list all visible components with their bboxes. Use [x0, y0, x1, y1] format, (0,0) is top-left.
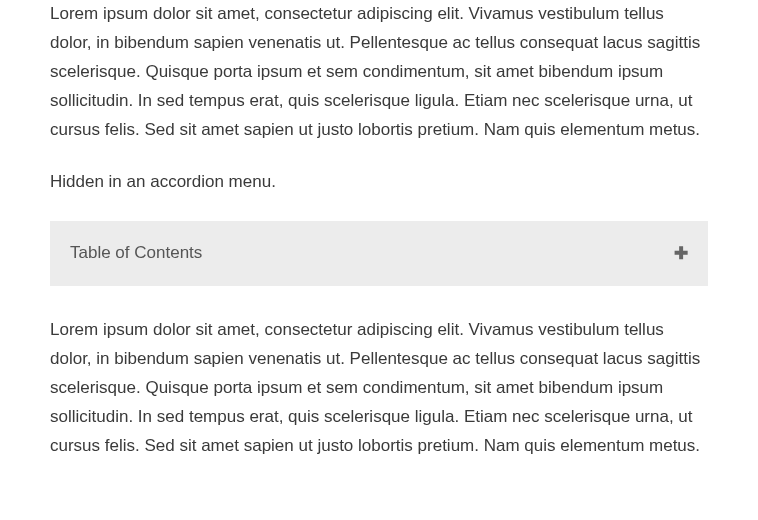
body-paragraph-2: Lorem ipsum dolor sit amet, consectetur … — [50, 316, 708, 460]
plus-icon: ✚ — [674, 245, 688, 262]
body-paragraph-1: Lorem ipsum dolor sit amet, consectetur … — [50, 0, 708, 144]
accordion-toggle[interactable]: Table of Contents ✚ — [50, 221, 708, 286]
accordion-description: Hidden in an accordion menu. — [50, 168, 708, 197]
accordion-title: Table of Contents — [70, 239, 202, 268]
